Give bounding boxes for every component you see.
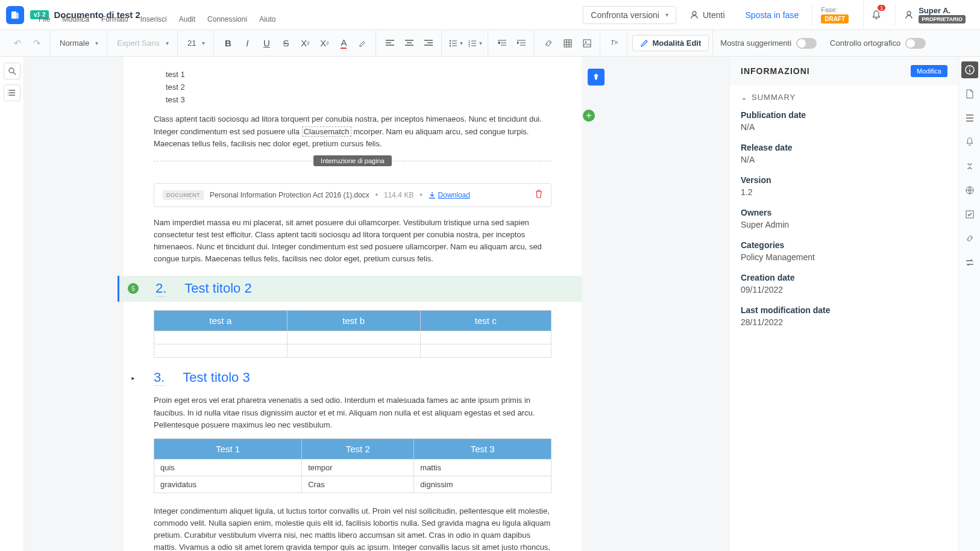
align-center-button[interactable] (400, 34, 418, 52)
user-icon (904, 10, 914, 20)
outdent-button[interactable] (493, 34, 511, 52)
menu-connections[interactable]: Connessioni (203, 13, 252, 25)
outline-rail-button[interactable] (4, 84, 20, 101)
paragraph[interactable]: Integer condimentum aliquet ligula, ut l… (154, 505, 551, 551)
svg-text:T: T (611, 40, 615, 46)
pin-button[interactable] (588, 69, 605, 86)
clear-icon: T (610, 39, 618, 48)
align-right-button[interactable] (419, 34, 438, 52)
suggestions-toggle[interactable] (796, 38, 817, 49)
indent-button[interactable] (512, 34, 530, 52)
superscript-button[interactable]: X2 (315, 34, 333, 52)
underline-button[interactable]: U (257, 34, 275, 52)
link-button[interactable] (539, 34, 558, 52)
svg-point-16 (8, 92, 8, 93)
field-value: N/A (741, 155, 947, 164)
clear-format-button[interactable]: T (605, 34, 623, 52)
font-select[interactable]: Expert Sans (112, 39, 174, 48)
info-field: Creation date09/11/2022 (741, 273, 947, 294)
right-rail (958, 57, 980, 551)
italic-button[interactable]: I (238, 34, 256, 52)
rail-check-button[interactable] (961, 206, 978, 223)
heading-2[interactable]: 5 2. Test titolo 2 (118, 276, 582, 302)
number-list-button[interactable]: 123 (466, 34, 484, 52)
info-field: Version1.2 (741, 175, 947, 197)
image-icon (583, 39, 591, 48)
rail-globe-button[interactable] (961, 182, 978, 199)
paragraph[interactable]: Nam imperdiet massa eu mi placerat, sit … (154, 217, 551, 266)
align-right-icon (424, 40, 433, 47)
table-1[interactable]: test atest btest c (154, 310, 551, 358)
rail-transfer-button[interactable] (961, 254, 978, 271)
svg-point-3 (907, 11, 911, 15)
menu-file[interactable]: File (34, 13, 55, 25)
menu-audit[interactable]: Audit (174, 13, 200, 25)
redo-button[interactable]: ↷ (28, 34, 46, 52)
heading-3[interactable]: 3. Test titolo 3 (154, 370, 551, 386)
field-label: Release date (741, 143, 947, 152)
info-edit-button[interactable]: Modifica (911, 65, 947, 77)
list-item[interactable]: test 3 (154, 94, 551, 107)
search-rail-button[interactable] (4, 63, 20, 79)
bell-icon (871, 10, 882, 20)
rail-crosshair-button[interactable] (961, 158, 978, 175)
undo-button[interactable]: ↶ (8, 34, 27, 52)
paragraph[interactable]: Class aptent taciti sociosqu ad litora t… (154, 113, 551, 149)
document-page[interactable]: test 1 test 2 test 3 Class aptent taciti… (124, 57, 582, 551)
list-item[interactable]: test 1 (154, 69, 551, 81)
transfer-icon (966, 258, 974, 267)
align-left-button[interactable] (381, 34, 399, 52)
field-value: Super Admin (741, 220, 947, 229)
edit-mode-button[interactable]: Modalità Edit (632, 35, 709, 51)
list-item[interactable]: test 2 (154, 81, 551, 94)
spellcheck-toggle[interactable] (905, 38, 926, 49)
menu-format[interactable]: Formato (96, 13, 133, 25)
attachment-delete[interactable] (535, 190, 542, 201)
add-comment-button[interactable]: + (583, 110, 595, 122)
rail-bell-button[interactable] (961, 134, 978, 151)
users-button[interactable]: Utenti (682, 7, 732, 23)
page-break: Interruzione di pagina (154, 161, 551, 172)
rail-link-button[interactable] (961, 230, 978, 247)
svg-point-6 (450, 45, 451, 46)
outline-icon (8, 89, 16, 97)
move-phase-link[interactable]: Sposta in fase (738, 7, 806, 23)
attachment-download[interactable]: Download (429, 191, 470, 199)
menu-help[interactable]: Aiuto (254, 13, 280, 25)
notifications-button[interactable]: 1 (863, 0, 889, 30)
field-label: Owners (741, 208, 947, 217)
search-icon (8, 67, 16, 75)
table-button[interactable] (559, 34, 577, 52)
style-select[interactable]: Normale (55, 39, 103, 48)
size-select[interactable]: 21 (183, 39, 210, 48)
rail-list-button[interactable] (961, 110, 978, 126)
text-color-button[interactable]: A (335, 34, 353, 52)
info-panel: INFORMAZIONI Modifica ⌄ SUMMARY Publicat… (729, 57, 958, 551)
document-canvas[interactable]: test 1 test 2 test 3 Class aptent taciti… (24, 57, 729, 551)
bullet-list-button[interactable] (447, 34, 465, 52)
menu-insert[interactable]: Inserisci (136, 13, 172, 25)
highlight-button[interactable] (354, 34, 372, 52)
field-label: Publication date (741, 110, 947, 120)
bell-icon (966, 137, 974, 147)
menu-edit[interactable]: Modifica (57, 13, 94, 25)
svg-point-14 (9, 68, 14, 73)
compare-versions-dropdown[interactable]: Confronta versioni (583, 6, 676, 24)
comment-gutter: + (582, 57, 630, 551)
app-logo[interactable] (6, 6, 24, 24)
rail-info-button[interactable] (961, 61, 978, 78)
bold-button[interactable]: B (219, 34, 237, 52)
info-header: INFORMAZIONI Modifica (730, 57, 958, 86)
comment-count-badge[interactable]: 5 (128, 283, 139, 294)
image-button[interactable] (578, 34, 596, 52)
attachment-type-badge: DOCUMENT (163, 190, 204, 200)
summary-section-toggle[interactable]: ⌄ SUMMARY (741, 93, 947, 102)
current-user[interactable]: Super A. PROPRIETARIO (895, 4, 974, 26)
field-label: Last modification date (741, 305, 947, 315)
paragraph[interactable]: Proin eget eros vel erat pharetra venena… (154, 394, 551, 431)
table-2[interactable]: Test 1Test 2Test 3 quistempormattis grav… (154, 438, 551, 493)
smart-tag[interactable]: Clausematch (302, 126, 351, 137)
strike-button[interactable]: S (277, 34, 295, 52)
rail-doc-button[interactable] (961, 86, 978, 102)
subscript-button[interactable]: X2 (296, 34, 314, 52)
